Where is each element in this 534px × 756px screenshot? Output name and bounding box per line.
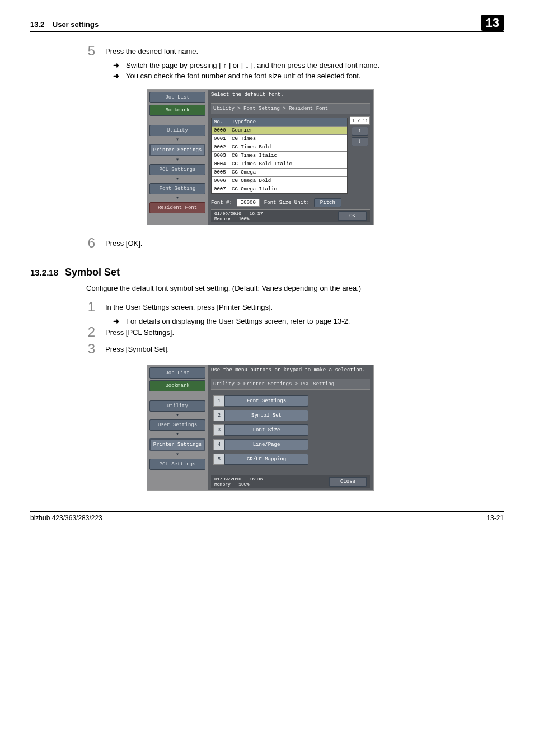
tab-resident-font[interactable]: Resident Font [149,202,205,213]
table-row[interactable]: 0003CG Times Italic [212,151,347,160]
page-up-button[interactable]: ↑ [352,127,368,136]
font-size-unit-label: Font Size Unit: [264,200,310,206]
section-heading: 13.2.18 Symbol Set [30,267,504,278]
footer-fields: Font #: I0000 Font Size Unit: Pitch [211,198,370,207]
header-chapter: 13 [481,16,504,30]
tab-user-settings[interactable]: User Settings [149,419,205,431]
step-3: 3 Press [Symbol Set]. [81,342,504,356]
menu-item-crlf-mapping[interactable]: 5CR/LF Mapping [213,454,368,465]
breadcrumb: Utility > Printer Settings > PCL Setting [211,379,370,390]
table-row[interactable]: 0001CG Times [212,134,347,143]
step-number: 2 [81,325,95,339]
screenshot-sidebar: Job List Bookmark Utility ▾ Printer Sett… [147,90,208,225]
chevron-down-icon: ▾ [149,177,205,181]
tab-utility[interactable]: Utility [149,400,205,412]
status-left: 01/09/2010 16:37 Memory 100% [214,211,263,221]
breadcrumb: Utility > Font Setting > Resident Font [211,103,370,114]
step-text: In the User Settings screen, press [Prin… [105,300,504,314]
screenshot-sidebar: Job List Bookmark Utility ▾ User Setting… [147,365,208,490]
screen-prompt: Select the default font. [211,92,370,97]
tab-bookmark[interactable]: Bookmark [149,105,205,116]
tab-job-list[interactable]: Job List [149,92,205,103]
close-button[interactable]: Close [329,477,367,487]
font-size-unit-value: Pitch [314,198,341,207]
tab-bookmark[interactable]: Bookmark [149,380,205,391]
screenshot-pcl-setting: Job List Bookmark Utility ▾ User Setting… [147,365,374,491]
table-row[interactable]: 0006CG Omega Bold [212,176,347,185]
chevron-down-icon: ▾ [149,138,205,142]
bullet-arrow-icon: ➜ [113,317,119,325]
footer-product: bizhub 423/363/283/223 [30,514,102,522]
status-bar: 01/09/2010 16:36 Memory 100% Close [211,475,370,488]
bullet-arrow-icon: ➜ [113,72,119,80]
step-2: 2 Press [PCL Settings]. [81,325,504,339]
tab-pcl-settings[interactable]: PCL Settings [149,459,205,470]
status-bar: 01/09/2010 16:37 Memory 100% OK [211,209,370,222]
table-header: No. Typeface [212,118,347,126]
chevron-down-icon: ▾ [149,196,205,200]
font-no-value: I0000 [237,199,260,207]
page-header: 13.2 User settings 13 [30,16,504,32]
font-no-label: Font #: [211,200,232,206]
bullet-text: Switch the page by pressing [ ↑ ] or [ ↓… [126,61,380,69]
header-section-title: User settings [53,20,99,29]
step-6: 6 Press [OK]. [81,236,504,250]
menu-item-line-page[interactable]: 4Line/Page [213,439,368,450]
step-number: 5 [81,44,95,58]
step-5-bullet-1: ➜ Switch the page by pressing [ ↑ ] or [… [113,61,504,69]
font-table: No. Typeface 0000Courier 0001CG Times 00… [211,118,348,194]
ok-button[interactable]: OK [338,211,367,221]
bullet-text: For details on displaying the User Setti… [126,317,350,325]
page-indicator: 1 / 11 [350,116,370,125]
screenshot-main: Use the menu buttons or keypad to make a… [208,365,373,490]
menu-item-symbol-set[interactable]: 2Symbol Set [213,410,368,421]
tab-pcl-settings[interactable]: PCL Settings [149,164,205,175]
tab-utility[interactable]: Utility [149,125,205,136]
spacer [149,393,205,399]
step-number: 1 [81,300,95,314]
table-row[interactable]: 0007CG Omega Italic [212,185,347,193]
menu-item-font-settings[interactable]: 1Font Settings [213,395,368,407]
table-row[interactable]: 0002CG Times Bold [212,143,347,151]
screenshot-font-setting: Job List Bookmark Utility ▾ Printer Sett… [147,89,374,225]
step-text: Press [OK]. [105,236,504,250]
footer-page-number: 13-21 [486,514,504,522]
menu-item-font-size[interactable]: 3Font Size [213,424,368,436]
step-text: Press [Symbol Set]. [105,342,504,356]
step-text: Press [PCL Settings]. [105,325,504,339]
spacer [149,118,205,123]
header-section: 13.2 User settings [30,20,99,29]
section-number: 13.2.18 [30,268,65,277]
chevron-down-icon: ▾ [149,452,205,457]
section-description: Configure the default font symbol set se… [86,284,504,292]
chevron-down-icon: ▾ [149,413,205,418]
status-left: 01/09/2010 16:36 Memory 100% [214,477,263,487]
page-footer: bizhub 423/363/283/223 13-21 [30,511,504,522]
tab-font-setting[interactable]: Font Setting [149,183,205,194]
menu-list: 1Font Settings 2Symbol Set 3Font Size 4L… [213,395,368,465]
step-1: 1 In the User Settings screen, press [Pr… [81,300,504,314]
chapter-number-box: 13 [481,15,504,31]
section-title: Symbol Set [65,267,120,278]
screenshot-main: Select the default font. Utility > Font … [208,90,373,225]
col-typeface: Typeface [229,118,347,126]
table-row[interactable]: 0000Courier [212,126,347,134]
tab-job-list[interactable]: Job List [149,367,205,379]
tab-printer-settings[interactable]: Printer Settings [149,438,205,451]
step-5: 5 Press the desired font name. [81,44,504,58]
chevron-down-icon: ▾ [149,432,205,437]
page-down-button[interactable]: ↓ [352,137,368,146]
header-section-num: 13.2 [30,20,44,29]
tab-printer-settings[interactable]: Printer Settings [149,144,205,156]
bullet-text: You can check the font number and the fo… [126,72,360,80]
step-5-bullet-2: ➜ You can check the font number and the … [113,72,504,80]
step-1-bullet: ➜ For details on displaying the User Set… [113,317,504,325]
bullet-arrow-icon: ➜ [113,61,119,69]
paging-controls: 1 / 11 ↑ ↓ [350,116,370,146]
chevron-down-icon: ▾ [149,158,205,162]
col-no: No. [212,118,229,126]
table-row[interactable]: 0004CG Times Bold Italic [212,160,347,168]
step-number: 6 [81,236,95,250]
step-text: Press the desired font name. [105,44,504,58]
table-row[interactable]: 0005CG Omega [212,168,347,176]
